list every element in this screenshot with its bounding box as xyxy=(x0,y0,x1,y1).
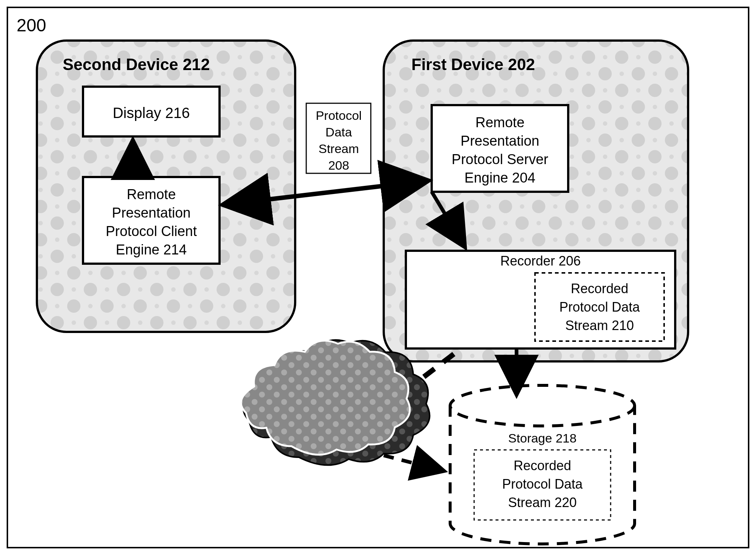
client-engine-l1: Remote xyxy=(127,187,176,202)
server-engine-l3: Protocol Server xyxy=(452,152,548,167)
protocol-stream-l3: Stream xyxy=(318,142,359,156)
storage-title: Storage 218 xyxy=(508,431,576,445)
client-engine-l3: Protocol Client xyxy=(106,223,197,239)
protocol-stream-l1: Protocol xyxy=(316,108,362,122)
protocol-stream-box: Protocol Data Stream 208 xyxy=(306,103,371,173)
client-engine-l4: Engine 214 xyxy=(116,242,187,257)
display-box: Display 216 xyxy=(83,87,220,136)
server-engine-l4: Engine 204 xyxy=(465,170,535,185)
recorded-220-l3: Stream 220 xyxy=(508,495,577,510)
server-engine-l2: Presentation xyxy=(460,133,539,149)
server-engine-l1: Remote xyxy=(475,115,524,130)
client-engine-l2: Presentation xyxy=(112,205,190,221)
recorder-title: Recorder 206 xyxy=(500,253,581,268)
server-engine-box: Remote Presentation Protocol Server Engi… xyxy=(432,105,568,192)
client-engine-box: Remote Presentation Protocol Client Engi… xyxy=(83,177,220,264)
protocol-stream-l2: Data xyxy=(325,125,352,139)
recorded-stream-210-box: Recorded Protocol Data Stream 210 xyxy=(535,273,664,341)
figure-number: 200 xyxy=(17,15,46,35)
protocol-stream-l4: 208 xyxy=(328,158,349,172)
second-device: Second Device 212 Display 216 Remote Pre… xyxy=(37,41,295,332)
recorded-210-l2: Protocol Data xyxy=(559,299,640,315)
recorder-box: Recorder 206 Recorded Protocol Data Stre… xyxy=(406,251,675,348)
first-device: First Device 202 Remote Presentation Pro… xyxy=(384,41,688,361)
first-device-title: First Device 202 xyxy=(411,55,535,73)
recorded-220-l1: Recorded xyxy=(514,458,571,473)
recorded-210-l1: Recorded xyxy=(571,281,628,296)
second-device-title: Second Device 212 xyxy=(63,55,210,73)
display-label: Display 216 xyxy=(113,105,190,121)
recorded-210-l3: Stream 210 xyxy=(565,318,634,333)
recorded-220-l2: Protocol Data xyxy=(502,476,583,492)
